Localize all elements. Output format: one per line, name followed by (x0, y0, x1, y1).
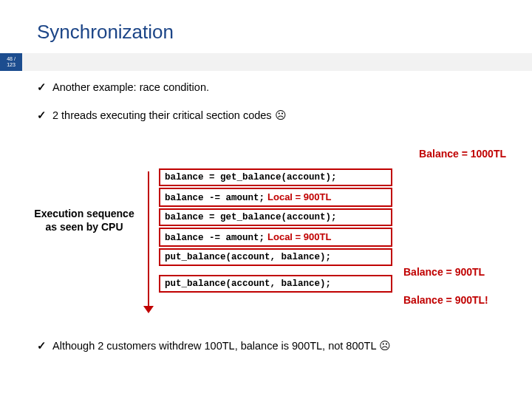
bullet-item: ✓Although 2 customers withdrew 100TL, ba… (37, 340, 510, 352)
balance-initial: Balance = 1000TL (419, 148, 506, 160)
balance-after-2: Balance = 900TL! (403, 294, 488, 306)
slide: Synchronization 48 / 123 ✓Another exampl… (0, 0, 532, 399)
page-badge: 48 / 123 (0, 53, 22, 71)
gap (159, 267, 392, 275)
code-text: put_balance(account, balance); (165, 279, 331, 289)
code-text: put_balance(account, balance); (165, 252, 331, 262)
check-icon: ✓ (37, 109, 47, 121)
execution-label: Execution sequence as seen by CPU (25, 207, 143, 233)
code-line: balance = get_balance(account); (159, 168, 392, 186)
local-note: Local = 900TL (267, 191, 331, 202)
code-line: put_balance(account, balance); (159, 248, 392, 266)
bullet-text: 2 threads executing their critical secti… (52, 109, 287, 121)
slide-title: Synchronization (37, 21, 174, 44)
local-note: Local = 900TL (267, 231, 331, 242)
bullet-list: ✓Another example: race condition. ✓2 thr… (37, 81, 495, 137)
code-text: balance -= amount; (165, 193, 265, 203)
bullet-item: ✓Another example: race condition. (37, 81, 495, 93)
code-line: balance -= amount;Local = 900TL (159, 228, 392, 247)
arrow-down-icon (143, 306, 154, 313)
code-line: put_balance(account, balance); (159, 275, 392, 293)
arrow-line (148, 171, 149, 309)
page-num: 48 (7, 56, 13, 61)
title-bar (0, 53, 532, 71)
code-column: balance = get_balance(account); balance … (159, 168, 392, 294)
bullet-text: Although 2 customers withdrew 100TL, bal… (52, 340, 391, 352)
code-line: balance -= amount;Local = 900TL (159, 188, 392, 207)
code-text: balance = get_balance(account); (165, 212, 337, 222)
page-total: 123 (7, 62, 16, 67)
code-text: balance = get_balance(account); (165, 172, 337, 183)
exec-label-line1: Execution sequence (34, 208, 134, 219)
code-text: balance -= amount; (165, 233, 265, 243)
check-icon: ✓ (37, 340, 47, 352)
bullet-text: Another example: race condition. (52, 81, 209, 93)
code-line: balance = get_balance(account); (159, 208, 392, 226)
balance-after-1: Balance = 900TL (403, 266, 485, 278)
exec-label-line2: as seen by CPU (45, 221, 123, 233)
bullet-item: ✓2 threads executing their critical sect… (37, 109, 495, 121)
check-icon: ✓ (37, 81, 47, 93)
